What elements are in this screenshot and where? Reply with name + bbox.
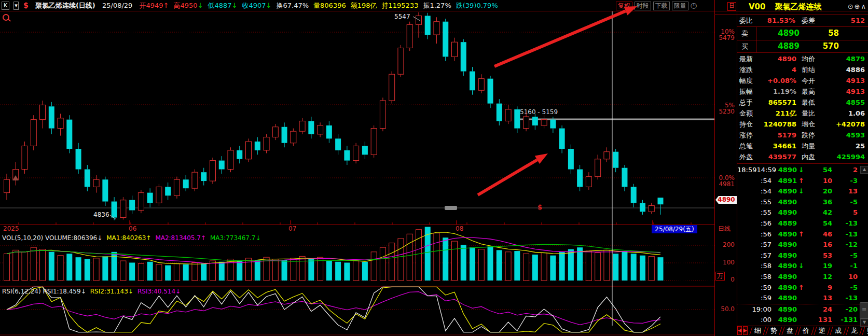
quote-field: 换67.47% [276, 2, 309, 9]
y-axis-price-label: 5479 [695, 35, 735, 41]
stat-row: 总笔34661均量25 [737, 141, 868, 151]
magnifier-icon[interactable] [3, 14, 9, 21]
instrument-title: 聚氯乙烯连续(日线) [35, 2, 95, 9]
svg-text:5160 - 5159: 5160 - 5159 [520, 108, 558, 116]
indicator-param: MA3:773467.7↓ [210, 234, 261, 242]
svg-text:4836: 4836 [93, 211, 109, 218]
indicator-param: MA1:840263↑ [106, 234, 151, 242]
tick-row: :544890↓2013 [737, 186, 868, 197]
stat-row: 最新4890均价4879 [737, 53, 868, 64]
tick-row: :004890131-131 [737, 315, 868, 326]
quote-field: 开4949 [139, 2, 163, 9]
tab-龙[interactable]: 龙 [846, 327, 862, 335]
indicator-param: VOL(5,10,20) VOLUME:806396↓ [2, 234, 102, 242]
toolbar-button-0[interactable]: 复权 [616, 2, 632, 10]
trading-terminal: K ▾ $ 聚氯乙烯连续(日线) 25/08/29 开4949↑高4950↓低4… [0, 0, 868, 336]
tick-row: :544891↑10-3 [737, 176, 868, 187]
ohlc-fields: 开4949↑高4950↓低4887↓收4907↓换67.47%量806396额1… [134, 2, 498, 9]
scroll-up-icon[interactable]: ▲ [860, 166, 868, 174]
tick-row: :594890↑9-5 [737, 283, 868, 293]
stat-row: 涨停5179跌停4593 [737, 130, 868, 141]
tabs-left-icon[interactable]: ◀ [737, 326, 742, 335]
tick-list[interactable]: 18:5914:594890↓542:544891↑10-3:544890↓20… [737, 165, 868, 326]
ask-row[interactable]: 卖 4890 58 [737, 27, 868, 39]
k-dropdown-icon[interactable]: ▾ [13, 2, 19, 10]
weibi-row: 委比 81.53% 委差 512 [737, 15, 868, 26]
x-axis-label: 06 [129, 226, 136, 232]
period-icon[interactable]: 日 [727, 2, 736, 11]
stat-row: 外盘439577内盘425994 [737, 151, 868, 162]
tick-row: :5848901210 [737, 272, 868, 283]
quote-field: 收4907 [242, 2, 266, 9]
quote-field: 低4887 [208, 2, 231, 9]
clock-icon[interactable]: ◷ [691, 1, 697, 9]
tick-row: 18:5914:594890↓542 [737, 165, 868, 176]
y-axis-price-label: 5230 [695, 108, 735, 115]
volume-unit-label: 万 [715, 272, 725, 281]
toolbar-button-1[interactable]: 时段 [635, 2, 651, 10]
stat-row: 振幅1.19%最高4913 [737, 86, 868, 97]
stat-row: 总手865571最低4855 [737, 97, 868, 108]
tick-row: :57489053-5 [737, 250, 868, 261]
tick-row: :59489013-13 [737, 293, 868, 304]
svg-text:5547: 5547 [394, 13, 410, 20]
money-icon: $ [23, 1, 29, 9]
top-bar-buttons: 复权时段下载限量◷ [614, 0, 697, 11]
target-icon[interactable]: ⊙ [848, 3, 855, 10]
volume-axis-label: 200 [695, 242, 735, 248]
tick-row: :584890↓19-1 [737, 261, 868, 272]
stat-row: 持仓1240788增仓+42078 [737, 119, 868, 130]
scrollbar-thumb[interactable] [860, 302, 868, 319]
rsi-axis-label: 50.0 [695, 306, 735, 313]
toolbar-button-2[interactable]: 下载 [653, 2, 670, 10]
bottom-tabs: ◀ ▶ 细势盘价逆成龙财 [737, 326, 868, 335]
panel-header: V00 聚氯乙烯连续 ⊙⊕∧ [737, 0, 868, 14]
y-axis-price-label: 4981 [695, 181, 735, 188]
quote-panel: V00 聚氯乙烯连续 ⊙⊕∧ 委比 81.53% 委差 512 卖 4890 5… [737, 0, 868, 336]
contract-name: 聚氯乙烯连续 [775, 2, 822, 11]
indicator-param: RSI(6,12,24) RSI1:18.459↓ [2, 288, 86, 295]
stat-row: 幅度+0.08%今开4913 [737, 75, 868, 86]
quote-field: 量806396 [313, 2, 346, 9]
stat-row: 金额211亿量比1.06 [737, 108, 868, 119]
collapse-icon[interactable]: ∧ [861, 3, 867, 10]
tick-row: :57489016-12 [737, 240, 868, 250]
svg-text:$: $ [538, 203, 542, 211]
tab-财[interactable]: 财 [862, 327, 868, 335]
volume-pane-header: VOL(5,10,20) VOLUME:806396↓MA1:840263↑MA… [2, 234, 265, 242]
indicator-param: RSI2:31.143↓ [90, 288, 133, 295]
tab-价[interactable]: 价 [797, 327, 814, 335]
bid-row[interactable]: 买 4889 570 [737, 40, 868, 52]
tab-势[interactable]: 势 [765, 327, 782, 335]
stat-row: 涨跌4前结4886 [737, 64, 868, 75]
k-period-button[interactable]: K [2, 2, 9, 10]
quote-field: 振1.27% [423, 2, 451, 9]
signal-triangle-marker [12, 175, 19, 180]
tab-逆[interactable]: 逆 [814, 327, 830, 335]
tab-成[interactable]: 成 [830, 327, 846, 335]
flash-icon[interactable]: ⊕ [855, 3, 861, 10]
toolbar-button-3[interactable]: 限量 [672, 2, 688, 10]
tabs-right-icon[interactable]: ▶ [743, 326, 748, 335]
volume-axis-label: 100 [695, 259, 735, 266]
quote-field: 持1195233 [382, 2, 419, 9]
x-axis-label: 08 [456, 226, 463, 232]
indicator-param: MA2:813405.7↑ [155, 234, 206, 242]
period-label[interactable]: 日线 [718, 226, 731, 232]
x-axis-label: 07 [288, 226, 296, 232]
tick-row: :56488954-13 [737, 218, 868, 229]
x-axis-label: 2025 [3, 226, 19, 232]
chart-axis-divider [714, 0, 715, 336]
rsi-pane-header: RSI(6,12,24) RSI1:18.459↓RSI2:31.143↓RSI… [2, 288, 185, 295]
tick-row: :55489036-5 [737, 197, 868, 208]
quote-field: 额198亿 [351, 2, 377, 9]
last-price-tag: 4890 [715, 196, 737, 204]
indicator-param: RSI3:40.514↓ [137, 288, 181, 295]
tick-row: 19:00489024-20 [737, 304, 868, 315]
tab-细[interactable]: 细 [749, 327, 766, 335]
crosshair-date-box: 25/08/29(五) [652, 225, 697, 233]
tab-盘[interactable]: 盘 [781, 327, 798, 335]
quote-field: 高4950 [173, 2, 197, 9]
top-bar: K ▾ $ 聚氯乙烯连续(日线) 25/08/29 开4949↑高4950↓低4… [0, 0, 714, 11]
trend-arrow-icon: ↓ [232, 2, 238, 9]
